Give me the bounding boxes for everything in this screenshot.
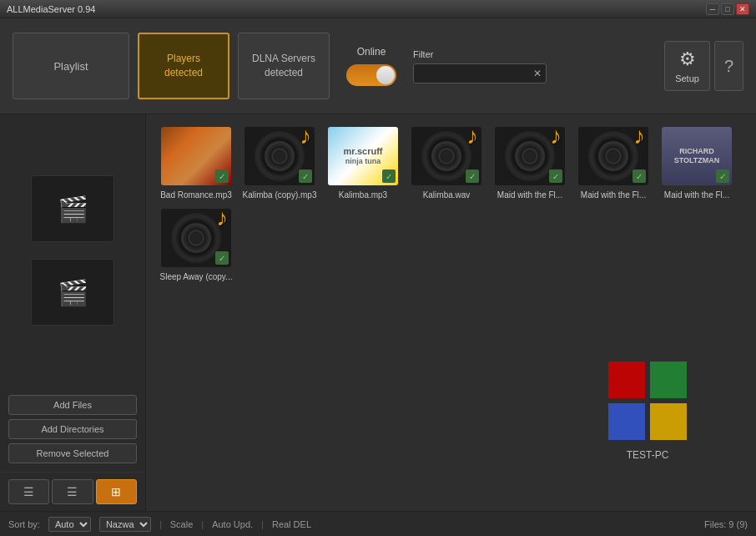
music-note-icon: ♪ [300, 127, 311, 148]
file-label: Bad Romance.mp3 [160, 190, 232, 200]
filter-label: Filter [413, 49, 547, 59]
file-label: Kalimba.wav [423, 190, 471, 200]
maximize-button[interactable]: □ [721, 3, 734, 15]
music-note-icon: ♪ [550, 127, 562, 148]
minimize-button[interactable]: ─ [706, 3, 719, 15]
close-button[interactable]: ✕ [736, 3, 749, 15]
detail-view-button[interactable]: ☰ [52, 479, 93, 504]
view-toggle-buttons: ☰ ☰ ⊞ [0, 472, 145, 511]
vinyl-record: ♪ [505, 131, 555, 181]
list-item[interactable]: RICHARDSTOLTZMAN ✓ Maid with the Fl... [659, 127, 734, 200]
vinyl-record: ♪ [255, 131, 305, 181]
online-section: Online [338, 38, 405, 94]
sidebar-top: 🎬 🎬 [0, 114, 145, 387]
online-label: Online [357, 46, 386, 58]
toggle-knob [376, 66, 395, 84]
help-button[interactable]: ? [714, 41, 743, 91]
check-badge: ✓ [215, 169, 229, 183]
file-thumbnail: ♪ ✓ [578, 127, 648, 185]
music-note-icon: ♪ [466, 127, 478, 148]
list-item[interactable]: ♪ ✓ Kalimba.wav [409, 127, 484, 200]
film-icon-2: 🎬 [58, 278, 88, 307]
sidebar-actions: Add Files Add Directories Remove Selecte… [0, 387, 145, 472]
filter-clear-button[interactable]: ✕ [533, 68, 542, 79]
windows-pc-label: TEST-PC [627, 449, 669, 461]
file-label: Sleep Away (copy... [160, 271, 233, 282]
sort-auto-select[interactable]: Auto [48, 517, 91, 532]
check-badge: ✓ [633, 169, 646, 183]
file-label: Maid with the Fl... [581, 190, 646, 200]
add-directories-button[interactable]: Add Directories [8, 419, 137, 439]
list-item[interactable]: ♪ ✓ Sleep Away (copy... [159, 209, 234, 282]
setup-button[interactable]: ⚙ Setup [664, 41, 710, 91]
list-view-button[interactable]: ☰ [8, 479, 49, 504]
vinyl-record: ♪ [421, 131, 471, 181]
main-container: Playlist Players detected DLNA Servers d… [0, 18, 756, 536]
main-content: ✓ Bad Romance.mp3 ♪ ✓ Kalimba (copy).mp3 [146, 114, 756, 511]
dlna-servers-button[interactable]: DLNA Servers detected [238, 33, 330, 99]
sidebar-thumbnail-1: 🎬 [31, 175, 114, 242]
dlna-line1: DLNA Servers [252, 52, 315, 66]
title-bar: ALLMediaServer 0.94 ─ □ ✕ [0, 0, 756, 18]
vinyl-record: ♪ [588, 131, 638, 181]
filter-input-wrap: ✕ [413, 63, 547, 83]
windows-logo-area: TEST-PC [606, 359, 689, 461]
check-badge: ✓ [299, 169, 312, 183]
list-item[interactable]: ✓ Bad Romance.mp3 [159, 127, 234, 200]
sidebar-thumbnail-2: 🎬 [31, 259, 114, 326]
file-thumbnail: RICHARDSTOLTZMAN ✓ [662, 127, 732, 185]
check-badge: ✓ [549, 169, 562, 183]
sort-name-select[interactable]: Nazwa [99, 517, 151, 532]
music-note-icon: ♪ [216, 209, 228, 230]
online-toggle[interactable] [346, 64, 396, 86]
window-controls: ─ □ ✕ [706, 3, 749, 15]
content-area: 🎬 🎬 Add Files Add Directories Remove Sel… [0, 114, 756, 511]
remove-selected-button[interactable]: Remove Selected [8, 443, 137, 463]
film-icon: 🎬 [58, 195, 88, 224]
check-badge: ✓ [716, 169, 729, 183]
list-item[interactable]: ♪ ✓ Maid with the Fl... [576, 127, 651, 200]
vinyl-record: ♪ [171, 213, 221, 263]
file-thumbnail: ♪ ✓ [244, 127, 315, 185]
file-thumbnail: ♪ ✓ [161, 209, 231, 267]
real-del-label: Real DEL [272, 519, 311, 529]
files-count: Files: 9 (9) [704, 519, 748, 529]
players-detected-button[interactable]: Players detected [138, 33, 229, 99]
app-title: ALLMediaServer 0.94 [7, 4, 95, 14]
check-badge: ✓ [466, 169, 479, 183]
file-label: Kalimba.mp3 [339, 190, 387, 200]
gear-icon: ⚙ [679, 48, 696, 70]
check-badge: ✓ [382, 169, 396, 183]
file-thumbnail: ♪ ✓ [411, 127, 481, 185]
list-item[interactable]: ♪ ✓ Maid with the Fl... [492, 127, 567, 200]
players-line1: Players [167, 52, 200, 66]
players-line2: detected [164, 66, 203, 80]
list-item[interactable]: ♪ ✓ Kalimba (copy).mp3 [242, 127, 317, 200]
playlist-button[interactable]: Playlist [13, 33, 129, 99]
list-item[interactable]: mr.scruff ninja tuna ✓ Kalimba.mp3 [325, 127, 401, 200]
filter-input[interactable] [418, 68, 533, 78]
scale-label: Scale [170, 519, 194, 529]
grid-view-button[interactable]: ⊞ [96, 479, 137, 504]
file-label: Maid with the Fl... [497, 190, 562, 200]
file-thumbnail: ♪ ✓ [495, 127, 565, 185]
auto-upd-label: Auto Upd. [212, 519, 253, 529]
file-thumbnail: ✓ [161, 127, 231, 185]
music-note-icon: ♪ [633, 127, 645, 148]
dlna-line2: detected [265, 66, 303, 80]
file-label: Maid with the Fl... [664, 190, 729, 200]
setup-label: Setup [675, 73, 699, 83]
status-bar: Sort by: Auto Nazwa | Scale | Auto Upd. … [0, 511, 756, 536]
add-files-button[interactable]: Add Files [8, 395, 137, 415]
windows-logo-icon [606, 359, 689, 442]
sort-by-label: Sort by: [8, 519, 40, 529]
filter-section: Filter ✕ [413, 49, 547, 83]
toolbar: Playlist Players detected DLNA Servers d… [0, 18, 756, 114]
file-thumbnail: mr.scruff ninja tuna ✓ [328, 127, 398, 185]
setup-section: ⚙ Setup ? [664, 41, 743, 91]
file-label: Kalimba (copy).mp3 [243, 190, 317, 200]
check-badge: ✓ [215, 251, 229, 265]
sidebar: 🎬 🎬 Add Files Add Directories Remove Sel… [0, 114, 146, 511]
